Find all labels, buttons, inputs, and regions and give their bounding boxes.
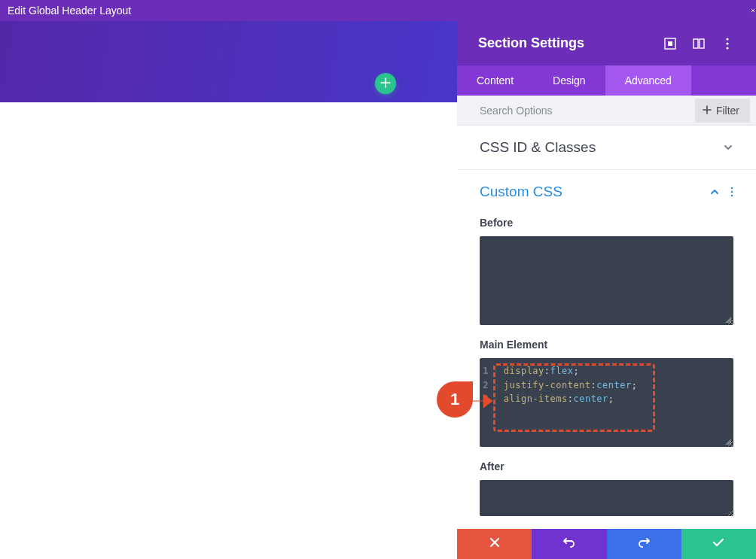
accordion-custom-css[interactable]: Custom CSS bbox=[457, 170, 756, 206]
chevron-up-icon bbox=[709, 187, 720, 197]
search-input[interactable] bbox=[480, 105, 695, 117]
plus-icon bbox=[703, 105, 712, 117]
undo-button[interactable] bbox=[532, 529, 606, 559]
sidebar-title: Section Settings bbox=[478, 35, 649, 51]
resize-handle-icon[interactable] bbox=[725, 317, 731, 323]
tab-content[interactable]: Content bbox=[457, 65, 533, 96]
sidebar: Section Settings Content Design Advanced… bbox=[457, 21, 756, 559]
resize-handle-icon[interactable] bbox=[725, 439, 731, 445]
line-number: 1 bbox=[480, 364, 493, 378]
field-label: Before bbox=[480, 217, 733, 229]
field-after: After bbox=[457, 450, 756, 519]
footer-actions bbox=[457, 529, 756, 559]
more-icon[interactable] bbox=[730, 187, 733, 197]
field-label: Main Element bbox=[480, 339, 733, 351]
css-after-input[interactable] bbox=[480, 480, 733, 516]
accordion-title: Custom CSS bbox=[480, 184, 709, 200]
code-text: display:flex; bbox=[499, 364, 579, 378]
tabs: Content Design Advanced bbox=[457, 65, 756, 96]
line-number: 2 bbox=[480, 378, 493, 393]
svg-point-4 bbox=[726, 38, 728, 40]
sidebar-header: Section Settings bbox=[457, 21, 756, 65]
svg-point-6 bbox=[726, 47, 728, 49]
expand-icon[interactable] bbox=[663, 36, 678, 51]
redo-icon bbox=[638, 536, 650, 551]
svg-rect-3 bbox=[700, 39, 704, 48]
accordion-css-id-classes[interactable]: CSS ID & Classes bbox=[457, 126, 756, 170]
filter-button[interactable]: Filter bbox=[695, 99, 750, 123]
chevron-down-icon bbox=[723, 142, 733, 153]
line-number: 3 bbox=[480, 392, 493, 406]
check-icon bbox=[712, 536, 724, 551]
accordion-title: CSS ID & Classes bbox=[480, 139, 723, 156]
svg-point-8 bbox=[731, 191, 733, 193]
topbar: Edit Global Header Layout bbox=[0, 0, 756, 21]
columns-icon[interactable] bbox=[691, 36, 706, 51]
undo-icon bbox=[563, 536, 575, 551]
more-icon[interactable] bbox=[720, 36, 735, 51]
redo-button[interactable] bbox=[607, 529, 681, 559]
svg-point-9 bbox=[731, 195, 733, 197]
field-main: Main Element 1· display:flex; 2· justify… bbox=[457, 328, 756, 450]
svg-rect-2 bbox=[694, 39, 698, 48]
close-icon bbox=[489, 537, 500, 551]
page-header-canvas bbox=[0, 21, 457, 102]
css-before-input[interactable] bbox=[480, 236, 733, 325]
search-row: Filter bbox=[457, 96, 756, 126]
add-section-button[interactable] bbox=[375, 73, 396, 94]
svg-rect-1 bbox=[668, 41, 672, 46]
discard-button[interactable] bbox=[457, 529, 532, 559]
field-label: After bbox=[480, 460, 733, 472]
topbar-title: Edit Global Header Layout bbox=[8, 5, 131, 17]
css-main-input[interactable]: 1· display:flex; 2· justify-content:cent… bbox=[480, 358, 733, 447]
plus-icon bbox=[380, 76, 391, 92]
tab-design[interactable]: Design bbox=[533, 65, 605, 96]
field-before: Before bbox=[457, 206, 756, 328]
close-icon[interactable] bbox=[750, 0, 756, 21]
svg-point-7 bbox=[731, 187, 733, 190]
save-button[interactable] bbox=[681, 529, 756, 559]
svg-point-5 bbox=[726, 42, 728, 44]
panel-body: CSS ID & Classes Custom CSS Before Main … bbox=[457, 126, 756, 559]
tab-advanced[interactable]: Advanced bbox=[605, 65, 691, 96]
filter-label: Filter bbox=[716, 105, 739, 117]
code-text: justify-content:center; bbox=[499, 378, 638, 393]
code-text: align-items:center; bbox=[499, 392, 614, 406]
